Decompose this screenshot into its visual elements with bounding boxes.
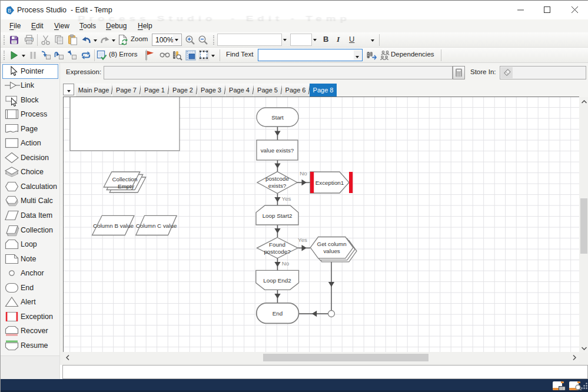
svg-text:Loop Start2: Loop Start2 <box>263 212 293 219</box>
svg-text:Exception1: Exception1 <box>315 180 344 186</box>
svg-text:Start: Start <box>271 114 284 121</box>
svg-text:No: No <box>282 260 290 267</box>
svg-text:Column C value: Column C value <box>136 222 177 229</box>
svg-text:postcode?: postcode? <box>264 248 291 255</box>
svg-text:Yes: Yes <box>282 195 291 202</box>
svg-text:Found: Found <box>269 241 285 248</box>
svg-text:Collection: Collection <box>112 176 137 182</box>
svg-text:Column B value: Column B value <box>93 222 134 229</box>
svg-text:Get column: Get column <box>317 241 347 247</box>
svg-text:values: values <box>323 248 340 254</box>
svg-text:Yes: Yes <box>298 237 307 243</box>
svg-text:postcode: postcode <box>265 175 289 182</box>
svg-text:value exists?: value exists? <box>261 147 294 154</box>
svg-text:End: End <box>273 310 283 317</box>
svg-text:exists?: exists? <box>268 182 287 189</box>
svg-text:Loop End2: Loop End2 <box>263 277 291 284</box>
svg-text:No: No <box>300 170 307 177</box>
svg-text:Empty: Empty <box>118 183 134 190</box>
